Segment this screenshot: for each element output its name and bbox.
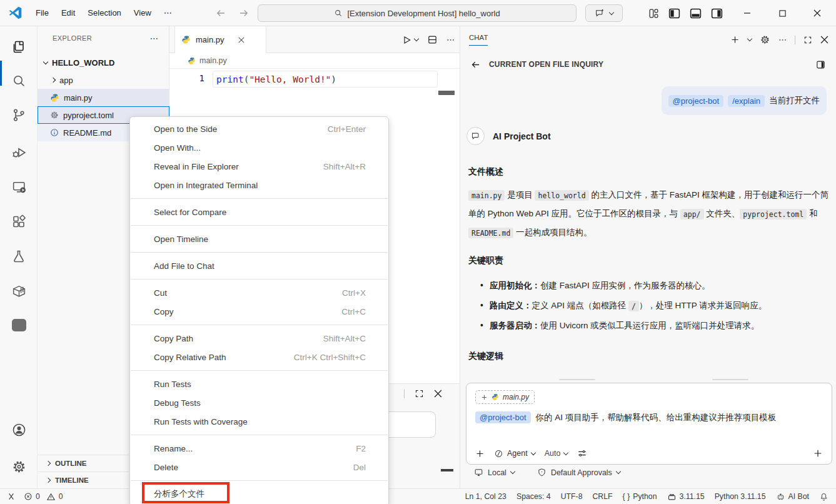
model-picker[interactable]: Auto [545,449,568,458]
back-arrow-icon[interactable] [215,8,226,19]
close-panel-icon[interactable] [434,390,442,398]
activity-bar [0,26,38,488]
open-in-editor-icon[interactable] [815,59,826,70]
close-tab-icon[interactable] [238,37,244,43]
chat-toggle-button[interactable] [585,4,623,22]
agent-mode-picker[interactable]: Agent [494,449,535,458]
approvals-picker[interactable]: Default Approvals [537,468,620,477]
menu-item-open-with[interactable]: Open With... [130,138,388,157]
add-context-icon[interactable] [475,449,485,458]
chat-input-text[interactable]: @project-bot 你的 AI 项目助手，帮助解释代码、给出重构建议并推荐… [475,412,823,423]
maximize-panel-icon[interactable] [415,389,424,398]
minimap-slider[interactable] [438,91,455,95]
bullet-lead: 服务器启动： [490,321,540,330]
search-view-icon[interactable] [4,68,34,93]
status-right: Ln 1, Col 23 Spaces: 4 UTF-8 CRLF { } Py… [465,489,828,504]
line-number: 1 [192,73,204,83]
indentation[interactable]: Spaces: 4 [516,492,551,501]
menu-item-open-in-terminal[interactable]: Open in Integrated Terminal [130,176,388,194]
chevron-down-icon[interactable] [747,36,752,41]
menu-item-delete[interactable]: DeleteDel [130,458,388,476]
settings-gear-icon[interactable] [4,454,34,479]
toggle-sidebar-right-icon[interactable] [710,7,723,20]
menu-item-label: Open to the Side [154,124,217,134]
customize-layout-icon[interactable] [648,8,660,19]
menu-edit[interactable]: Edit [55,5,81,21]
close-chat-icon[interactable] [820,36,828,44]
ai-bot-status[interactable]: AI Bot [776,492,810,501]
chat-settings-gear-icon[interactable] [760,34,770,45]
back-arrow-icon[interactable] [470,59,481,70]
remote-explorer-icon[interactable] [4,174,34,199]
extensions-icon[interactable] [4,209,34,234]
explorer-more-icon[interactable]: ⋯ [150,33,159,43]
tree-item-app[interactable]: app [38,71,169,89]
menu-item-cut[interactable]: CutCtrl+X [130,283,388,302]
menu-item-copy[interactable]: CopyCtrl+C [130,302,388,321]
account-icon[interactable] [4,417,34,442]
tab-main-py[interactable]: main.py [174,26,266,53]
run-debug-icon[interactable] [4,140,34,165]
menu-item-rename[interactable]: Rename...F2 [130,439,388,458]
menu-item-debug-tests[interactable]: Debug Tests [130,393,388,412]
editor-more-icon[interactable]: ⋯ [446,35,455,44]
toggle-sidebar-left-icon[interactable] [668,7,681,20]
menu-item-shortcut: Ctrl+X [342,288,366,298]
menu-item-open-to-side[interactable]: Open to the SideCtrl+Enter [130,119,388,138]
toggle-panel-icon[interactable] [689,7,702,20]
command-chip[interactable]: /explain [728,95,765,107]
menu-item-copy-relative-path[interactable]: Copy Relative PathCtrl+K Ctrl+Shift+C [130,348,388,366]
cursor-position[interactable]: Ln 1, Col 23 [465,492,506,501]
forward-arrow-icon[interactable] [238,8,249,19]
menu-file[interactable]: File [29,5,55,21]
hidden-content-stub [559,379,595,380]
remote-indicator-icon[interactable] [6,491,16,501]
split-editor-icon[interactable] [427,34,438,45]
eol-sequence[interactable]: CRLF [592,492,612,501]
attachment-chip[interactable]: main.py [475,390,535,404]
menu-item-reveal-in-explorer[interactable]: Reveal in File ExplorerShift+Alt+R [130,157,388,176]
encoding[interactable]: UTF-8 [561,492,583,501]
containers-icon[interactable] [4,278,34,303]
custom-view-icon[interactable] [4,313,34,338]
braces-icon: { } [623,492,630,501]
explorer-icon[interactable] [4,34,34,59]
chat-more-icon[interactable]: ⋯ [778,35,787,44]
menubar-more-icon[interactable]: ⋯ [158,5,178,21]
expand-chat-icon[interactable] [803,36,812,44]
tree-item-main-py[interactable]: main.py [38,89,169,106]
run-python-button[interactable] [402,35,418,45]
new-chat-icon[interactable] [730,35,740,44]
panel-scrollbar-thumb[interactable] [441,469,453,471]
mention-chip[interactable]: @project-bot [475,411,531,423]
mention-chip[interactable]: @project-bot [668,95,724,107]
testing-icon[interactable] [4,244,34,269]
menu-item-select-for-compare[interactable]: Select for Compare [130,203,388,221]
python-interpreter[interactable]: Python 3.11.15 [715,492,766,501]
python-environment[interactable]: 3.11.15 [667,492,705,501]
close-window-button[interactable] [804,0,830,26]
minimize-button[interactable] [734,0,760,26]
command-center-search[interactable]: [Extension Development Host] hello_world [258,4,577,22]
menu-view[interactable]: View [128,5,158,21]
menu-item-open-timeline[interactable]: Open Timeline [130,229,388,248]
send-icon[interactable] [813,448,823,458]
breadcrumb[interactable]: main.py [169,53,460,69]
menu-selection[interactable]: Selection [81,5,127,21]
chat-tab[interactable]: CHAT [469,34,488,46]
menu-item-add-file-to-chat[interactable]: Add File to Chat [130,256,388,275]
menu-item-copy-path[interactable]: Copy PathShift+Alt+C [130,329,388,348]
menu-item-run-tests[interactable]: Run Tests [130,375,388,393]
notifications-bell-icon[interactable] [819,492,828,501]
environment-picker[interactable]: Local [474,468,515,477]
source-control-icon[interactable] [4,103,34,128]
menu-separator [131,370,388,371]
chat-input-box[interactable]: main.py @project-bot 你的 AI 项目助手，帮助解释代码、给… [466,383,832,465]
tune-sliders-icon[interactable] [577,448,587,458]
tab-label: main.py [196,35,224,44]
language-mode[interactable]: { } Python [623,492,657,501]
problems-indicator[interactable]: 0 0 [24,492,63,501]
tree-root-hello-world[interactable]: HELLO_WORLD [38,54,169,71]
menu-item-run-tests-with-coverage[interactable]: Run Tests with Coverage [130,412,388,431]
maximize-button[interactable] [769,0,795,26]
